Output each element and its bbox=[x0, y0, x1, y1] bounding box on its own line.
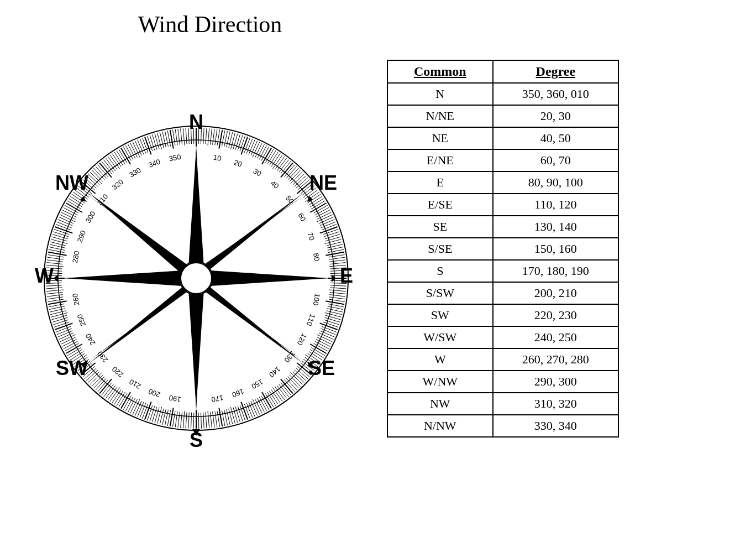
cell-common: S bbox=[387, 260, 493, 282]
svg-line-347 bbox=[53, 234, 68, 238]
svg-line-165 bbox=[325, 313, 342, 317]
compass-area: N S NE NW W E SE SW bbox=[17, 43, 376, 508]
table-row: E/SE110, 120 bbox=[387, 194, 618, 216]
svg-line-313 bbox=[53, 317, 68, 322]
cell-common: E bbox=[387, 171, 493, 194]
svg-line-324 bbox=[46, 292, 62, 294]
svg-text:310: 310 bbox=[96, 192, 109, 207]
svg-line-404 bbox=[155, 134, 159, 149]
cell-common: E/NE bbox=[387, 149, 493, 171]
svg-line-149 bbox=[330, 275, 347, 276]
table-row: N/NW330, 340 bbox=[387, 415, 618, 437]
svg-line-61 bbox=[198, 128, 199, 144]
svg-line-354 bbox=[59, 217, 74, 223]
svg-line-419 bbox=[193, 128, 194, 144]
cell-common: W/NW bbox=[387, 371, 493, 393]
svg-text:190: 190 bbox=[169, 393, 182, 404]
svg-line-156 bbox=[330, 292, 346, 294]
svg-line-338 bbox=[48, 257, 64, 259]
svg-line-126 bbox=[319, 217, 333, 223]
cell-degree: 20, 30 bbox=[493, 105, 618, 127]
table-row: SE130, 140 bbox=[387, 216, 618, 238]
cell-degree: 220, 230 bbox=[493, 304, 618, 326]
svg-line-415 bbox=[183, 128, 185, 145]
svg-line-411 bbox=[172, 129, 175, 145]
svg-line-77 bbox=[235, 134, 240, 150]
svg-text:20: 20 bbox=[233, 158, 243, 169]
svg-line-64 bbox=[206, 128, 207, 144]
table-row: N350, 360, 010 bbox=[387, 83, 618, 105]
svg-line-76 bbox=[233, 134, 238, 149]
svg-line-216 bbox=[251, 401, 258, 415]
cell-degree: 200, 210 bbox=[493, 282, 618, 304]
svg-line-158 bbox=[329, 297, 345, 299]
svg-line-306 bbox=[59, 333, 74, 340]
svg-line-249 bbox=[172, 411, 175, 427]
cell-common: E/SE bbox=[387, 194, 493, 216]
cell-degree: 80, 90, 100 bbox=[493, 171, 618, 194]
svg-point-20 bbox=[181, 263, 212, 294]
svg-marker-16 bbox=[193, 192, 304, 278]
cell-common: W/SW bbox=[387, 326, 493, 348]
col-header-degree: Degree bbox=[493, 60, 618, 83]
svg-line-329 bbox=[46, 280, 62, 281]
svg-line-405 bbox=[158, 133, 162, 149]
svg-line-231 bbox=[217, 411, 220, 427]
cell-common: NE bbox=[387, 127, 493, 149]
svg-text:240: 240 bbox=[84, 332, 97, 346]
cell-degree: 330, 340 bbox=[493, 415, 618, 437]
svg-text:60: 60 bbox=[296, 211, 307, 222]
cell-common: N bbox=[387, 83, 493, 105]
svg-text:130: 130 bbox=[283, 350, 297, 364]
svg-line-396 bbox=[135, 141, 141, 155]
svg-line-246 bbox=[181, 412, 182, 428]
svg-line-256 bbox=[155, 408, 159, 423]
svg-line-154 bbox=[330, 288, 346, 289]
svg-line-337 bbox=[47, 260, 63, 262]
col-header-common: Common bbox=[387, 60, 493, 83]
svg-line-233 bbox=[213, 412, 215, 428]
svg-line-375 bbox=[90, 172, 102, 184]
svg-text:250: 250 bbox=[76, 313, 88, 327]
svg-line-236 bbox=[206, 412, 207, 428]
svg-marker-18 bbox=[88, 192, 200, 283]
svg-text:10: 10 bbox=[213, 153, 222, 163]
svg-text:50: 50 bbox=[284, 194, 296, 206]
svg-line-167 bbox=[324, 317, 340, 322]
table-area: Common Degree N350, 360, 010N/NE20, 30NE… bbox=[376, 54, 739, 443]
svg-line-68 bbox=[215, 129, 217, 145]
svg-line-69 bbox=[217, 129, 220, 145]
svg-line-238 bbox=[201, 413, 201, 429]
svg-text:160: 160 bbox=[231, 387, 245, 399]
svg-text:290: 290 bbox=[76, 230, 88, 244]
svg-line-247 bbox=[178, 412, 180, 428]
svg-line-322 bbox=[48, 297, 64, 299]
svg-line-314 bbox=[52, 315, 67, 320]
svg-text:70: 70 bbox=[306, 231, 316, 242]
svg-line-157 bbox=[329, 295, 345, 297]
svg-line-321 bbox=[48, 299, 64, 302]
svg-line-225 bbox=[230, 407, 235, 424]
main-content: N S NE NW W E SE SW bbox=[17, 43, 739, 508]
cell-degree: 130, 140 bbox=[493, 216, 618, 238]
cell-degree: 310, 320 bbox=[493, 393, 618, 415]
svg-line-257 bbox=[152, 407, 156, 422]
table-row: E80, 90, 100 bbox=[387, 171, 618, 194]
svg-text:340: 340 bbox=[148, 158, 162, 170]
svg-line-323 bbox=[47, 295, 63, 297]
svg-line-339 bbox=[48, 254, 64, 257]
svg-line-84 bbox=[251, 141, 258, 155]
svg-text:150: 150 bbox=[250, 378, 264, 391]
svg-line-285 bbox=[90, 372, 102, 384]
svg-line-75 bbox=[230, 133, 235, 149]
cell-common: NW bbox=[387, 393, 493, 415]
svg-text:120: 120 bbox=[296, 332, 309, 346]
svg-line-223 bbox=[235, 407, 240, 422]
svg-text:140: 140 bbox=[267, 365, 282, 379]
svg-line-255 bbox=[158, 407, 162, 424]
svg-text:230: 230 bbox=[96, 350, 109, 364]
svg-line-239 bbox=[198, 413, 199, 429]
svg-line-134 bbox=[326, 237, 341, 241]
svg-line-105 bbox=[290, 172, 302, 184]
svg-line-67 bbox=[213, 129, 215, 145]
